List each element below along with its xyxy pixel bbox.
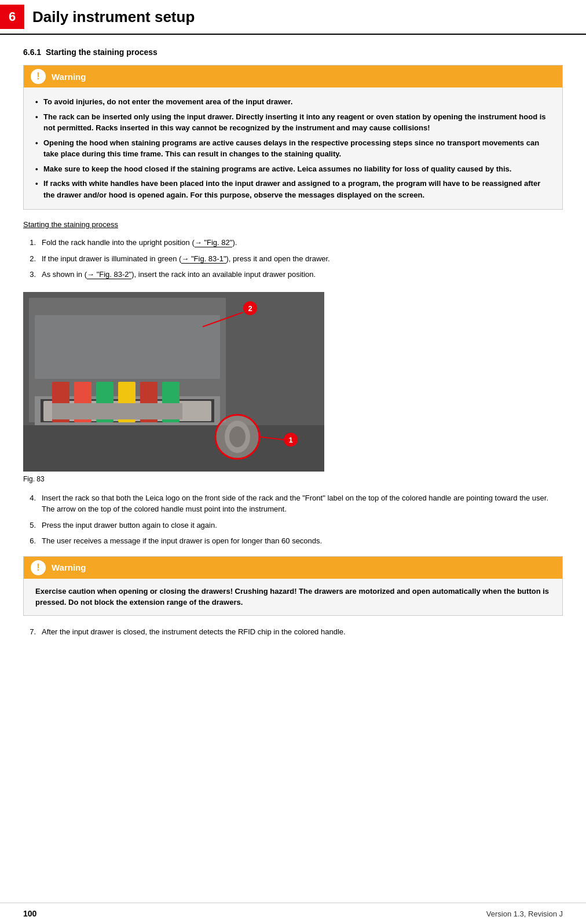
step-4: 4. Insert the rack so that both the Leic…: [23, 492, 563, 515]
warning-box-2: ! Warning Exercise caution when opening …: [23, 556, 563, 616]
warning-box-1: ! Warning To avoid injuries, do not ente…: [23, 65, 563, 210]
svg-point-17: [229, 426, 246, 447]
figure-83-svg: 1 2: [23, 292, 324, 472]
page-title: Daily instrument setup: [32, 8, 195, 26]
warning-item-1: To avoid injuries, do not enter the move…: [35, 94, 551, 109]
step-3: 3. As shown in (→ "Fig. 83-2"), insert t…: [23, 269, 563, 280]
step-1: 1. Fold the rack handle into the upright…: [23, 237, 563, 249]
steps-after-figure: 4. Insert the rack so that both the Leic…: [23, 492, 563, 547]
svg-rect-12: [52, 403, 182, 419]
chapter-badge: 6: [0, 5, 24, 29]
subsection-title: Starting the staining process: [23, 220, 563, 229]
svg-text:1: 1: [288, 436, 292, 444]
warning-header-1: ! Warning: [24, 65, 562, 87]
step-2: 2. If the input drawer is illuminated in…: [23, 253, 563, 265]
warning-item-2: The rack can be inserted only using the …: [35, 109, 551, 136]
figure-caption: Fig. 83: [23, 475, 563, 483]
figure-83: 1 2: [23, 292, 324, 472]
step-6: 6. The user receives a message if the in…: [23, 535, 563, 547]
warning-item-4: Make sure to keep the hood closed if the…: [35, 162, 551, 177]
warning-body-2: Exercise caution when opening or closing…: [24, 579, 562, 615]
warning-list-1: To avoid injuries, do not enter the move…: [35, 94, 551, 202]
svg-rect-14: [35, 315, 220, 379]
warning-icon-1: !: [31, 69, 46, 84]
step-7: 7. After the input drawer is closed, the…: [23, 626, 563, 638]
main-content: 6.6.1 Starting the staining process ! Wa…: [0, 35, 586, 681]
svg-rect-1: [23, 425, 324, 472]
warning-title-2: Warning: [52, 563, 86, 572]
steps-before-figure: 1. Fold the rack handle into the upright…: [23, 237, 563, 280]
warning-icon-2: !: [31, 560, 46, 575]
version-text: Version 1.3, Revision J: [486, 910, 563, 918]
warning-item-5: If racks with white handles have been pl…: [35, 176, 551, 202]
steps-final: 7. After the input drawer is closed, the…: [23, 626, 563, 638]
warning-body-1: To avoid injuries, do not enter the move…: [24, 87, 562, 209]
svg-rect-13: [232, 298, 318, 422]
page-number: 100: [23, 909, 36, 918]
warning-title-1: Warning: [52, 72, 86, 82]
page-header: 6 Daily instrument setup: [0, 0, 586, 35]
warning2-text: Exercise caution when opening or closing…: [35, 586, 551, 608]
svg-text:2: 2: [248, 304, 252, 313]
warning-item-3: Opening the hood when staining programs …: [35, 136, 551, 162]
warning-header-2: ! Warning: [24, 557, 562, 579]
page-footer: 100 Version 1.3, Revision J: [0, 903, 586, 924]
step-5: 5. Press the input drawer button again t…: [23, 520, 563, 531]
section-title: 6.6.1 Starting the staining process: [23, 48, 563, 57]
